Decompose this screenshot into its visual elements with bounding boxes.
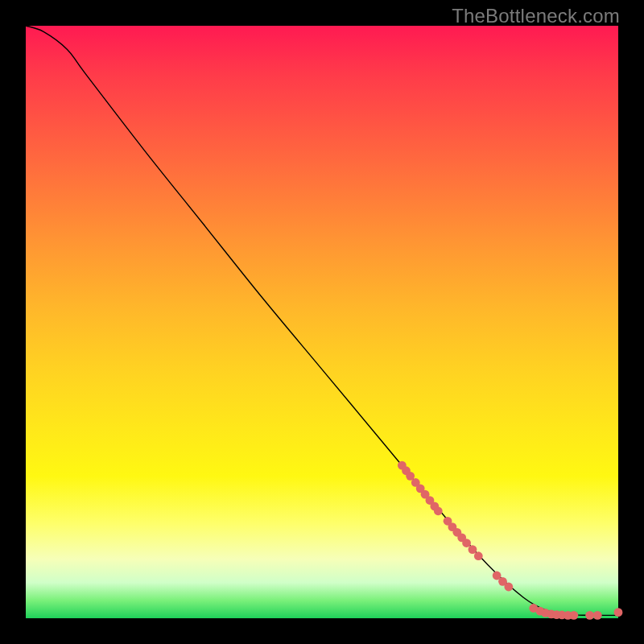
data-marker [462,539,471,547]
data-marker [614,608,623,617]
data-marker [504,583,513,592]
scatter-layer [398,461,622,620]
data-marker [434,506,443,515]
data-marker [469,545,477,554]
watermark-text: TheBottleneck.com [452,5,620,27]
data-marker [585,611,594,620]
curve-layer [26,26,618,615]
chart-frame: TheBottleneck.com [0,0,644,644]
data-marker [474,551,483,560]
bottleneck-curve [26,26,618,615]
data-marker [593,611,602,620]
data-marker [569,611,578,620]
chart-overlay [26,26,618,618]
